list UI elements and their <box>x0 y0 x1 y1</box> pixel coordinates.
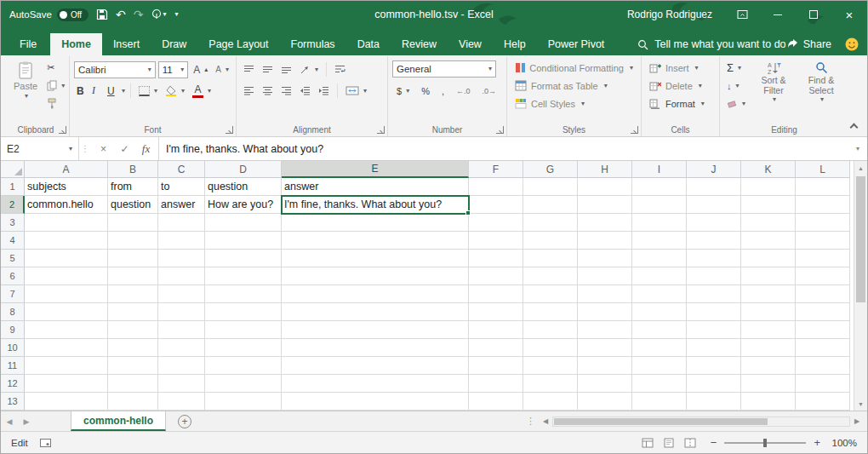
cell-G9[interactable] <box>523 321 578 339</box>
expand-formula-bar-button[interactable]: ▾ <box>848 137 867 160</box>
cell-G10[interactable] <box>523 339 578 357</box>
cell-I1[interactable] <box>632 178 687 196</box>
page-break-view-button[interactable] <box>682 435 699 451</box>
cell-K2[interactable] <box>741 196 796 214</box>
cell-J8[interactable] <box>687 303 741 321</box>
cell-H13[interactable] <box>578 393 632 411</box>
tab-power-pivot[interactable]: Power Pivot <box>537 33 616 55</box>
cell-J13[interactable] <box>687 393 741 411</box>
align-top-button[interactable] <box>241 60 257 78</box>
tab-page-layout[interactable]: Page Layout <box>197 33 279 55</box>
cell-J12[interactable] <box>687 375 741 393</box>
cell-E13[interactable] <box>282 393 469 411</box>
scroll-up-icon[interactable]: ▲ <box>854 161 867 175</box>
cell-C5[interactable] <box>158 250 205 267</box>
column-header-J[interactable]: J <box>687 161 741 178</box>
cell-F5[interactable] <box>469 250 523 267</box>
column-header-K[interactable]: K <box>741 161 796 178</box>
cell-E12[interactable] <box>282 375 469 393</box>
cell-I6[interactable] <box>632 267 687 285</box>
column-header-L[interactable]: L <box>796 161 850 178</box>
cell-L5[interactable] <box>796 250 850 267</box>
cell-G3[interactable] <box>523 214 578 232</box>
row-header-11[interactable]: 11 <box>1 357 25 375</box>
cell-E5[interactable] <box>282 250 469 267</box>
cell-G11[interactable] <box>523 357 578 375</box>
cell-C10[interactable] <box>158 339 205 357</box>
row-header-8[interactable]: 8 <box>1 303 25 321</box>
cell-E8[interactable] <box>282 303 469 321</box>
cell-L6[interactable] <box>796 267 850 285</box>
cell-A10[interactable] <box>25 339 108 357</box>
cell-A2[interactable]: common.hello <box>25 196 108 214</box>
cell-L3[interactable] <box>796 214 850 232</box>
cell-L8[interactable] <box>796 303 850 321</box>
cell-F4[interactable] <box>469 232 523 250</box>
cell-F13[interactable] <box>469 393 523 411</box>
cell-I5[interactable] <box>632 250 687 267</box>
cell-B2[interactable]: question <box>108 196 158 214</box>
decrease-indent-button[interactable] <box>297 82 313 100</box>
cell-C1[interactable]: to <box>158 178 205 196</box>
cell-F6[interactable] <box>469 267 523 285</box>
cell-F7[interactable] <box>469 285 523 303</box>
cell-J7[interactable] <box>687 285 741 303</box>
cell-H3[interactable] <box>578 214 632 232</box>
merge-center-button[interactable]: ▾ <box>343 82 369 100</box>
cell-D12[interactable] <box>205 375 282 393</box>
font-name-combo[interactable]: Calibri ▾ <box>74 61 156 78</box>
share-button[interactable]: Share <box>786 38 831 50</box>
close-button[interactable]: × <box>831 1 867 28</box>
zoom-in-button[interactable]: + <box>814 436 820 449</box>
row-header-4[interactable]: 4 <box>1 232 25 250</box>
cell-C2[interactable]: answer <box>158 196 205 214</box>
cell-D1[interactable]: question <box>205 178 282 196</box>
comma-style-button[interactable]: , <box>439 82 447 100</box>
cell-E11[interactable] <box>282 357 469 375</box>
cell-C12[interactable] <box>158 375 205 393</box>
cell-G4[interactable] <box>523 232 578 250</box>
normal-view-button[interactable] <box>639 435 656 451</box>
enter-button[interactable]: ✓ <box>114 143 135 155</box>
cell-C13[interactable] <box>158 393 205 411</box>
column-header-I[interactable]: I <box>632 161 687 178</box>
cell-E9[interactable] <box>282 321 469 339</box>
cell-K6[interactable] <box>741 267 796 285</box>
cell-K1[interactable] <box>741 178 796 196</box>
zoom-slider-thumb[interactable] <box>763 439 767 447</box>
macro-record-button[interactable] <box>40 439 51 447</box>
tab-home[interactable]: Home <box>50 33 102 55</box>
increase-decimal-button[interactable]: ←.0 <box>454 82 473 100</box>
cell-C7[interactable] <box>158 285 205 303</box>
bold-button[interactable]: B <box>74 82 87 100</box>
row-header-3[interactable]: 3 <box>1 214 25 232</box>
cell-G7[interactable] <box>523 285 578 303</box>
percent-style-button[interactable]: % <box>419 82 432 100</box>
grow-font-button[interactable]: A▴ <box>191 60 210 78</box>
cell-J11[interactable] <box>687 357 741 375</box>
cell-F8[interactable] <box>469 303 523 321</box>
cell-L13[interactable] <box>796 393 850 411</box>
tab-formulas[interactable]: Formulas <box>280 33 346 55</box>
autosave-toggle[interactable]: Off <box>57 9 89 21</box>
cell-E10[interactable] <box>282 339 469 357</box>
cell-D2[interactable]: How are you? <box>205 196 282 214</box>
cell-H10[interactable] <box>578 339 632 357</box>
align-bottom-button[interactable] <box>278 60 294 78</box>
cell-D6[interactable] <box>205 267 282 285</box>
cell-K10[interactable] <box>741 339 796 357</box>
ribbon-display-options-button[interactable] <box>724 1 760 28</box>
column-header-G[interactable]: G <box>523 161 578 178</box>
number-format-combo[interactable]: General ▾ <box>392 60 496 78</box>
horizontal-scroll-thumb[interactable] <box>554 418 768 425</box>
redo-button[interactable]: ↷ <box>134 9 144 20</box>
cell-B6[interactable] <box>108 267 158 285</box>
user-name[interactable]: Rodrigo Rodriguez <box>627 9 712 20</box>
cell-D5[interactable] <box>205 250 282 267</box>
cell-C4[interactable] <box>158 232 205 250</box>
cell-J2[interactable] <box>687 196 741 214</box>
cell-E3[interactable] <box>282 214 469 232</box>
column-header-B[interactable]: B <box>108 161 158 178</box>
cell-C3[interactable] <box>158 214 205 232</box>
cell-F11[interactable] <box>469 357 523 375</box>
